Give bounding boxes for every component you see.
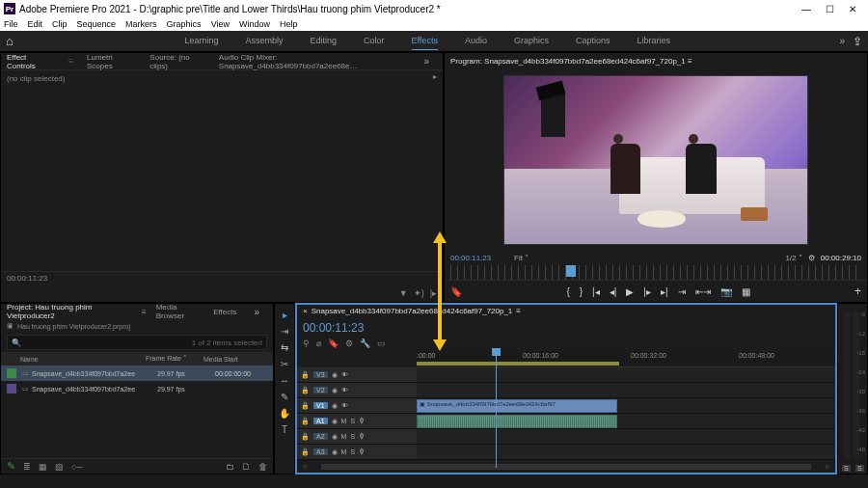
menu-view[interactable]: View <box>211 19 230 29</box>
col-name[interactable]: Name <box>20 356 146 363</box>
label-swatch[interactable] <box>7 384 16 393</box>
maximize-button[interactable]: ☐ <box>818 4 841 14</box>
solo-icon[interactable]: S <box>350 448 355 455</box>
video-clip[interactable]: ▣ Snapsave_d4bb334f097bbd7a2ee68ed424c6a… <box>417 399 617 413</box>
solo-right[interactable]: S <box>855 465 864 472</box>
selection-tool-icon[interactable]: ▸ <box>283 310 287 320</box>
lock-icon[interactable]: 🔒 <box>301 418 310 425</box>
workspace-libraries[interactable]: Libraries <box>637 32 670 50</box>
ripple-tool-icon[interactable]: ⇆ <box>281 342 288 353</box>
track-lane[interactable] <box>417 383 835 397</box>
tab-effects[interactable]: Effects <box>213 308 236 316</box>
comparison-icon[interactable]: ▦ <box>742 286 750 297</box>
type-tool-icon[interactable]: T <box>282 424 287 435</box>
button-editor-icon[interactable]: + <box>854 285 861 298</box>
menu-markers[interactable]: Markers <box>125 19 157 29</box>
workspace-assembly[interactable]: Assembly <box>245 32 283 50</box>
settings-icon[interactable]: ⚙ <box>345 339 353 348</box>
go-in-icon[interactable]: |◂ <box>592 286 600 297</box>
menu-edit[interactable]: Edit <box>28 19 43 29</box>
toggle-output-icon[interactable]: ◉ <box>332 448 338 456</box>
program-monitor[interactable] <box>445 69 867 251</box>
pen-tool-icon[interactable]: ✎ <box>281 392 288 402</box>
track-label[interactable]: A1 <box>313 418 328 424</box>
lock-icon[interactable]: 🔒 <box>301 402 310 410</box>
col-framerate[interactable]: Frame Rate ˄ <box>146 355 203 363</box>
track-label[interactable]: A2 <box>313 433 328 440</box>
tab-audio-clip-mixer[interactable]: Audio Clip Mixer: Snapsave_d4bb334f097bb… <box>219 53 403 70</box>
timeline-ruler[interactable]: :00:00 00:00:16:00 00:00:32:00 00:00:48:… <box>417 352 835 367</box>
write-pen-icon[interactable]: ✎ <box>7 460 15 473</box>
track-lane[interactable] <box>417 445 835 459</box>
workspace-color[interactable]: Color <box>364 32 385 50</box>
menu-graphics[interactable]: Graphics <box>167 19 202 29</box>
workspace-graphics[interactable]: Graphics <box>514 32 549 50</box>
voice-icon[interactable]: 🎙 <box>359 433 366 440</box>
program-current-timecode[interactable]: 00:00:11:23 <box>450 254 508 262</box>
timeline-tab-menu-icon[interactable]: ≡ <box>516 307 521 315</box>
project-search-input[interactable]: 🔍 1 of 2 items selected <box>7 335 267 350</box>
tab-lumetri-scopes[interactable]: Lumetri Scopes <box>87 53 136 70</box>
step-fwd-icon[interactable]: |▸ <box>643 286 651 297</box>
menu-help[interactable]: Help <box>280 19 298 29</box>
lock-icon[interactable]: 🔒 <box>301 387 310 394</box>
toggle-output-icon[interactable]: ◉ <box>332 433 338 441</box>
snap-icon[interactable]: ⚲ <box>303 339 310 348</box>
filter-icon[interactable]: ▼ <box>399 288 408 298</box>
lift-icon[interactable]: ⇥ <box>678 286 686 297</box>
linked-sel-icon[interactable]: ⌀ <box>316 339 321 348</box>
new-item-icon[interactable]: 🗋 <box>242 462 251 472</box>
project-tab-menu-icon[interactable]: ≡ <box>142 308 147 316</box>
workspace-editing[interactable]: Editing <box>310 32 337 50</box>
toggle-output-icon[interactable]: ◉ <box>332 402 338 410</box>
track-lane[interactable]: ▣ Snapsave_d4bb334f097bbd7a2ee68ed424c6a… <box>417 398 835 413</box>
audio-clip[interactable] <box>417 415 617 428</box>
voice-icon[interactable]: 🎙 <box>359 448 366 455</box>
voice-icon[interactable]: 🎙 <box>359 418 366 424</box>
col-mediastart[interactable]: Media Start <box>203 356 238 363</box>
menu-file[interactable]: File <box>4 19 18 29</box>
tab-project[interactable]: Project: Hau truong phim Vietproducer2 <box>7 303 132 320</box>
lock-icon[interactable]: 🔒 <box>301 433 310 441</box>
program-scrub-bar[interactable] <box>450 265 861 280</box>
mute-icon[interactable]: M <box>341 448 347 455</box>
solo-icon[interactable]: S <box>350 418 355 424</box>
program-playhead[interactable] <box>566 265 576 277</box>
caption-icon[interactable]: ▭ <box>377 339 386 348</box>
marker-icon[interactable]: 🔖 <box>328 339 339 348</box>
mark-in-icon[interactable]: { <box>566 286 569 297</box>
tab-menu-icon[interactable]: ≡ <box>68 57 73 66</box>
track-label[interactable]: V1 <box>313 402 328 409</box>
timeline-timecode[interactable]: 00:00:11:23 <box>303 321 364 335</box>
track-label[interactable]: V2 <box>313 387 328 393</box>
settings-icon[interactable]: ⚙ <box>808 254 815 262</box>
track-label[interactable]: V3 <box>313 371 328 378</box>
program-tab[interactable]: Program: Snapsave_d4bb334f097bbd7a2ee68e… <box>445 53 867 69</box>
lock-icon[interactable]: 🔒 <box>301 448 310 456</box>
workspace-captions[interactable]: Captions <box>576 32 610 50</box>
mute-icon[interactable]: M <box>341 433 347 440</box>
minimize-button[interactable]: — <box>795 4 818 14</box>
play-icon[interactable]: ▶ <box>626 286 634 297</box>
export-icon[interactable]: ⇪ <box>853 35 862 48</box>
zoom-in-icon[interactable]: ○ <box>825 462 829 471</box>
workspace-audio[interactable]: Audio <box>465 32 487 50</box>
toggle-output-icon[interactable]: ◉ <box>332 387 338 394</box>
effect-controls-timecode[interactable]: 00:00:11:23 <box>1 271 443 285</box>
tab-source[interactable]: Source: (no clips) <box>149 53 204 70</box>
track-lane[interactable] <box>417 367 835 382</box>
eye-icon[interactable]: 👁 <box>341 371 348 378</box>
freeform-view-icon[interactable]: ▧ <box>55 462 64 472</box>
project-tabs-overflow-icon[interactable]: » <box>246 307 267 317</box>
track-lane[interactable] <box>417 414 835 428</box>
program-tab-menu-icon[interactable]: ≡ <box>686 57 692 66</box>
source-tabs-overflow-icon[interactable]: » <box>416 56 437 67</box>
menu-clip[interactable]: Clip <box>52 19 68 29</box>
mute-icon[interactable]: M <box>341 418 347 424</box>
list-item[interactable]: ▭ Snapsave_d4bb334f097bbd7a2ee 29.97 fps <box>1 381 273 396</box>
eye-icon[interactable]: 👁 <box>341 402 348 409</box>
step-back-icon[interactable]: ◂| <box>610 286 617 297</box>
track-lane[interactable] <box>417 429 835 444</box>
home-icon[interactable]: ⌂ <box>6 34 23 48</box>
timeline-tab[interactable]: × Snapsave_d4bb334f097bbd7a2ee68ed424c6a… <box>297 305 835 317</box>
